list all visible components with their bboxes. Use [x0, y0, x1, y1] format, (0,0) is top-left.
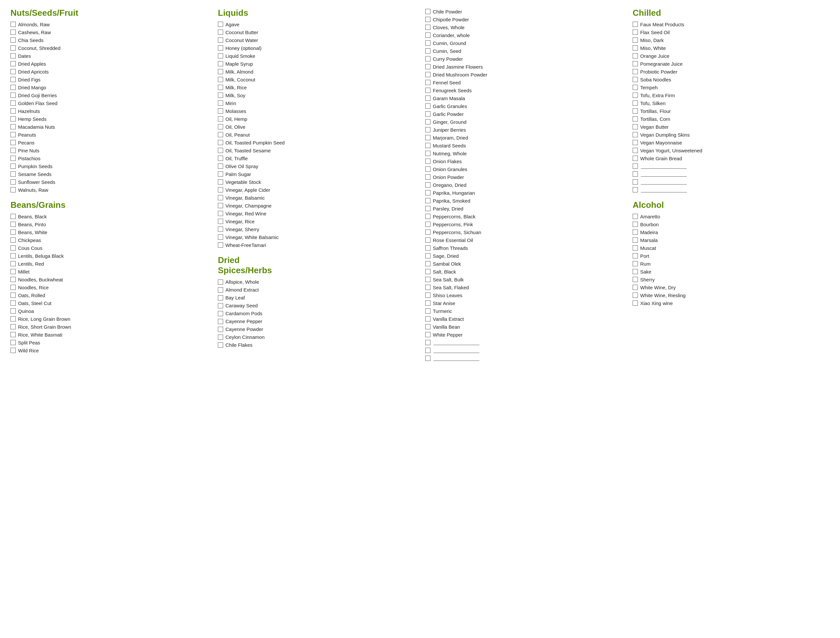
checkbox[interactable] [633, 77, 638, 82]
checkbox[interactable] [425, 356, 431, 361]
checkbox[interactable] [425, 17, 431, 22]
checkbox[interactable] [218, 219, 223, 224]
checkbox[interactable] [633, 100, 638, 106]
checkbox[interactable] [425, 88, 431, 93]
checkbox[interactable] [633, 22, 638, 27]
checkbox[interactable] [11, 156, 16, 161]
checkbox[interactable] [425, 237, 431, 243]
checkbox[interactable] [11, 187, 16, 192]
checkbox[interactable] [11, 61, 16, 66]
checkbox[interactable] [218, 85, 223, 90]
checkbox[interactable] [425, 348, 431, 353]
checkbox[interactable] [11, 22, 16, 27]
checkbox[interactable] [218, 303, 223, 308]
checkbox[interactable] [11, 316, 16, 321]
checkbox[interactable] [11, 269, 16, 274]
checkbox[interactable] [218, 226, 223, 232]
checkbox[interactable] [633, 148, 638, 153]
checkbox[interactable] [11, 261, 16, 266]
checkbox[interactable] [633, 261, 638, 266]
checkbox[interactable] [425, 190, 431, 195]
checkbox[interactable] [218, 319, 223, 324]
checkbox[interactable] [633, 132, 638, 137]
checkbox[interactable] [218, 100, 223, 106]
checkbox[interactable] [11, 332, 16, 337]
checkbox[interactable] [425, 182, 431, 187]
checkbox[interactable] [425, 293, 431, 298]
checkbox[interactable] [425, 119, 431, 125]
checkbox[interactable] [11, 77, 16, 82]
checkbox[interactable] [218, 93, 223, 98]
checkbox[interactable] [633, 116, 638, 122]
checkbox[interactable] [218, 179, 223, 185]
checkbox[interactable] [218, 203, 223, 208]
checkbox[interactable] [425, 245, 431, 250]
checkbox[interactable] [425, 332, 431, 337]
checkbox[interactable] [633, 163, 638, 169]
checkbox[interactable] [633, 156, 638, 161]
checkbox[interactable] [11, 171, 16, 177]
checkbox[interactable] [425, 143, 431, 148]
checkbox[interactable] [218, 195, 223, 200]
checkbox[interactable] [218, 53, 223, 59]
checkbox[interactable] [11, 285, 16, 290]
checkbox[interactable] [425, 40, 431, 46]
checkbox[interactable] [11, 132, 16, 137]
checkbox[interactable] [633, 93, 638, 98]
checkbox[interactable] [425, 151, 431, 156]
checkbox[interactable] [425, 269, 431, 274]
checkbox[interactable] [425, 33, 431, 38]
checkbox[interactable] [11, 230, 16, 235]
checkbox[interactable] [11, 69, 16, 74]
checkbox[interactable] [11, 301, 16, 306]
checkbox[interactable] [425, 324, 431, 329]
checkbox[interactable] [425, 206, 431, 211]
checkbox[interactable] [11, 163, 16, 169]
checkbox[interactable] [425, 308, 431, 313]
checkbox[interactable] [633, 222, 638, 227]
checkbox[interactable] [218, 295, 223, 301]
checkbox[interactable] [425, 95, 431, 101]
checkbox[interactable] [425, 253, 431, 258]
checkbox[interactable] [218, 108, 223, 114]
checkbox[interactable] [218, 279, 223, 285]
checkbox[interactable] [11, 93, 16, 98]
checkbox[interactable] [633, 30, 638, 35]
checkbox[interactable] [425, 72, 431, 77]
checkbox[interactable] [633, 245, 638, 250]
checkbox[interactable] [425, 301, 431, 306]
checkbox[interactable] [11, 108, 16, 114]
checkbox[interactable] [633, 108, 638, 114]
checkbox[interactable] [425, 316, 431, 321]
checkbox[interactable] [425, 198, 431, 203]
checkbox[interactable] [218, 148, 223, 153]
checkbox[interactable] [218, 342, 223, 348]
checkbox[interactable] [633, 237, 638, 243]
checkbox[interactable] [425, 222, 431, 227]
checkbox[interactable] [633, 38, 638, 43]
checkbox[interactable] [218, 38, 223, 43]
checkbox[interactable] [11, 245, 16, 250]
checkbox[interactable] [425, 158, 431, 164]
checkbox[interactable] [218, 156, 223, 161]
checkbox[interactable] [218, 171, 223, 177]
checkbox[interactable] [11, 53, 16, 59]
checkbox[interactable] [218, 234, 223, 240]
checkbox[interactable] [218, 287, 223, 293]
checkbox[interactable] [11, 253, 16, 258]
checkbox[interactable] [633, 230, 638, 235]
checkbox[interactable] [11, 340, 16, 345]
checkbox[interactable] [11, 348, 16, 353]
checkbox[interactable] [633, 140, 638, 145]
checkbox[interactable] [425, 277, 431, 282]
checkbox[interactable] [633, 187, 638, 192]
checkbox[interactable] [218, 61, 223, 66]
checkbox[interactable] [425, 64, 431, 69]
checkbox[interactable] [11, 237, 16, 243]
checkbox[interactable] [218, 124, 223, 129]
checkbox[interactable] [633, 53, 638, 59]
checkbox[interactable] [218, 132, 223, 137]
checkbox[interactable] [425, 127, 431, 132]
checkbox[interactable] [425, 25, 431, 30]
checkbox[interactable] [218, 140, 223, 145]
